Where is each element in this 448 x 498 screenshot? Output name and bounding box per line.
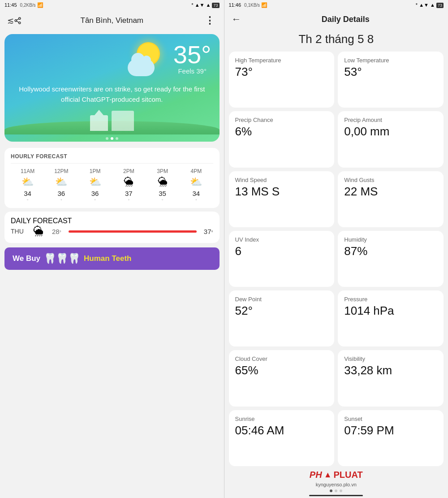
hour-weather-icon: ⛅ xyxy=(22,176,34,188)
detail-card: Dew Point 52° xyxy=(229,290,335,346)
bottom-dot-1 xyxy=(330,489,332,492)
brand-website: kynguyenso.plo.vn xyxy=(316,482,357,487)
day-low-temp: 28° xyxy=(52,228,61,235)
scene-dots xyxy=(13,134,211,142)
svg-line-4 xyxy=(17,19,19,20)
day-high-temp: 37° xyxy=(204,228,213,235)
detail-card: UV Index 6 xyxy=(229,231,335,287)
brand-logo: PH ▲ PLUAT xyxy=(310,469,363,481)
hour-temperature: 34 xyxy=(24,190,31,197)
brand-apluat: PLUAT xyxy=(333,470,362,480)
detail-label: Dew Point xyxy=(235,296,328,303)
detail-grid: High Temperature 73° Low Temperature 53°… xyxy=(224,52,448,466)
right-time: 11:46 xyxy=(229,2,241,8)
hour-degree: ° xyxy=(195,199,197,203)
ad-banner[interactable]: We Buy 🦷🦷🦷 Human Teeth xyxy=(4,247,220,270)
feels-like: Feels 39° xyxy=(173,67,211,75)
detail-value: 22 MS xyxy=(344,185,437,198)
degree-high: ° xyxy=(211,230,213,235)
hour-item: 3PM 🌦 35 ° xyxy=(146,168,179,203)
detail-value: 87% xyxy=(344,245,437,258)
right-signal-icon: 📶 xyxy=(261,2,267,8)
detail-card: Cloud Cover 65% xyxy=(229,350,335,406)
share-button[interactable]: ≲ xyxy=(7,13,22,28)
hour-degree: ° xyxy=(95,199,96,203)
detail-value: 52° xyxy=(235,304,328,317)
right-status-right: * ▲▼ ▲ 73 xyxy=(416,2,444,8)
ad-text-right: Human Teeth xyxy=(84,254,131,263)
detail-card: Wind Speed 13 MS S xyxy=(229,171,335,227)
hour-label: 1PM xyxy=(90,168,101,174)
left-status-bar: 11:45 0,2KB/s 📶 * ▲▼ ▲ 73 xyxy=(0,0,224,10)
hour-degree: ° xyxy=(128,199,129,203)
hour-weather-icon: 🌦 xyxy=(158,176,168,188)
detail-label: Wind Speed xyxy=(235,177,328,183)
hour-item: 1PM ⛅ 36 ° xyxy=(78,168,112,203)
detail-label: Sunrise xyxy=(235,416,328,422)
hour-label: 11AM xyxy=(21,168,34,174)
left-status-left: 11:45 0,2KB/s 📶 xyxy=(4,2,43,8)
hour-item: 4PM ⛅ 34 ° xyxy=(179,168,213,203)
hour-degree: ° xyxy=(27,199,28,203)
detail-card: Precip Amount 0,00 mm xyxy=(338,111,444,167)
hour-weather-icon: ⛅ xyxy=(89,176,101,188)
location-title: Tân Bình, Vietnam xyxy=(81,16,144,25)
share-icon: ≲ xyxy=(7,16,14,26)
left-panel: 11:45 0,2KB/s 📶 * ▲▼ ▲ 73 ≲ Tân Bình, Vi… xyxy=(0,0,224,498)
back-icon: ← xyxy=(232,13,241,25)
left-data-speed: 0,2KB/s xyxy=(20,3,36,8)
detail-value: 13 MS S xyxy=(235,185,328,198)
bottom-dot-2 xyxy=(335,489,337,492)
hour-temperature: 36 xyxy=(91,190,99,197)
more-menu-button[interactable]: ⋮ xyxy=(202,13,217,28)
right-network-icon: ▲▼ xyxy=(419,2,429,8)
dot-2 xyxy=(111,137,113,140)
hour-temperature: 35 xyxy=(159,190,166,197)
temp-display: 35° Feels 39° xyxy=(173,42,211,75)
ad-text-left: We Buy xyxy=(13,254,40,263)
right-status-left: 11:46 0,1KB/s 📶 xyxy=(229,2,268,8)
svg-line-3 xyxy=(17,21,19,22)
detail-value: 07:59 PM xyxy=(344,424,437,437)
hour-weather-icon: ⛅ xyxy=(190,176,202,188)
bottom-line xyxy=(309,495,363,496)
building-2 xyxy=(112,111,134,131)
detail-card: Wind Gusts 22 MS xyxy=(338,171,444,227)
back-button[interactable]: ← xyxy=(232,13,245,25)
hour-temperature: 34 xyxy=(193,190,200,197)
hour-degree: ° xyxy=(162,199,163,203)
detail-card: Low Temperature 53° xyxy=(338,52,444,108)
detail-label: Precip Chance xyxy=(235,117,328,123)
weather-scene xyxy=(13,110,211,134)
detail-label: Precip Amount xyxy=(344,117,437,123)
ad-teeth-icon: 🦷🦷🦷 xyxy=(44,253,80,264)
detail-label: High Temperature xyxy=(235,57,328,64)
hourly-row: 11AM ⛅ 34 ° 12PM ⛅ 36 ° 1PM ⛅ 36 ° 2PM 🌦… xyxy=(11,168,213,203)
day-label: THU xyxy=(11,228,28,235)
hour-label: 2PM xyxy=(123,168,134,174)
hour-weather-icon: ⛅ xyxy=(55,176,67,188)
date-heading: Th 2 tháng 5 8 xyxy=(224,29,448,52)
detail-value: 6 xyxy=(235,245,328,258)
detail-label: Cloud Cover xyxy=(235,355,328,362)
weather-message: Hollywood screenwriters are on strike, s… xyxy=(13,84,211,104)
detail-label: Low Temperature xyxy=(344,57,437,64)
detail-label: UV Index xyxy=(235,236,328,243)
wifi-icon: ▲ xyxy=(206,2,211,8)
signal-icon: 📶 xyxy=(37,2,43,8)
detail-value: 05:46 AM xyxy=(235,424,328,437)
right-wifi-icon: ▲ xyxy=(430,2,435,8)
hour-temperature: 37 xyxy=(125,190,133,197)
right-top-bar: ← Daily Details xyxy=(224,10,448,29)
day-temp-bar xyxy=(69,230,197,233)
right-panel: 11:46 0,1KB/s 📶 * ▲▼ ▲ 73 ← Daily Detail… xyxy=(224,0,448,498)
weather-card: 35° Feels 39° Hollywood screenwriters ar… xyxy=(4,34,220,142)
detail-label: Pressure xyxy=(344,296,437,303)
battery-left: 73 xyxy=(212,3,219,8)
detail-value: 1014 hPa xyxy=(344,304,437,317)
detail-card: Sunrise 05:46 AM xyxy=(229,410,335,466)
hour-degree: ° xyxy=(60,199,62,203)
right-bluetooth-icon: * xyxy=(416,2,418,8)
right-bottom: PH ▲ PLUAT kynguyenso.plo.vn xyxy=(224,466,448,498)
brand-ph: PH xyxy=(310,470,322,480)
